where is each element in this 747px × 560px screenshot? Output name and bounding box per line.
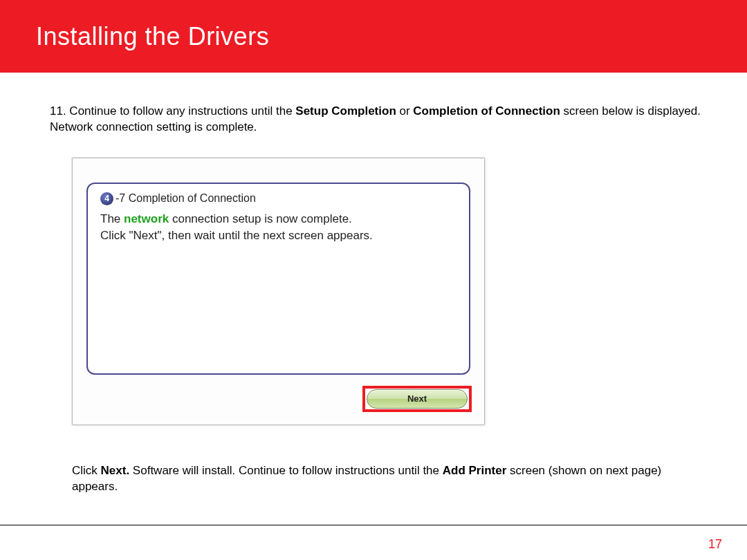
step-text-bold1: Setup Completion [295,104,396,118]
step-instruction: 11. Continue to follow any instructions … [50,104,714,136]
after-bold1: Next. [101,464,130,477]
dialog-window: 4 -7 Completion of Connection The networ… [72,158,485,425]
content-area: 11. Continue to follow any instructions … [0,73,747,495]
dialog-line1-pre: The [100,212,124,225]
dialog-step-label: -7 Completion of Connection [116,192,256,205]
after-instruction: Click Next. Software will install. Conti… [72,463,681,495]
step-text-bold2: Completion of Connection [413,104,560,118]
dialog-line1-keyword: network [124,212,169,225]
after-pre1: Click [72,464,101,477]
step-text-mid1: or [396,104,414,118]
next-button-highlight: Next [362,386,472,412]
header-bar: Installing the Drivers [0,0,747,73]
page-title: Installing the Drivers [36,0,269,51]
dialog-panel: 4 -7 Completion of Connection The networ… [86,183,470,375]
footer: 17 [0,525,747,560]
step-number-icon: 4 [100,192,113,205]
dialog-step-row: 4 -7 Completion of Connection [100,192,456,205]
dialog-line-1: The network connection setup is now comp… [100,212,456,226]
page-number: 17 [708,537,722,552]
after-bold2: Add Printer [443,464,507,477]
dialog-line-2: Click "Next", then wait until the next s… [100,229,456,243]
next-button[interactable]: Next [367,389,468,409]
dialog-line1-post: connection setup is now complete. [169,212,352,225]
step-text-prefix: 11. Continue to follow any instructions … [50,104,295,118]
after-mid1: Software will install. Continue to follo… [129,464,443,477]
